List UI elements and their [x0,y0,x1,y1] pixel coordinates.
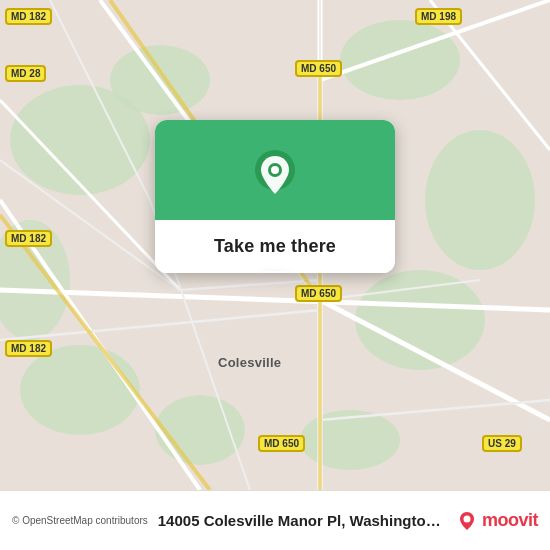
address-text: 14005 Colesville Manor Pl, Washington / … [158,512,446,529]
map-container: MD 182 MD 28 MD 650 MD 198 MD 182 MD 650… [0,0,550,490]
road-badge-md-650-top: MD 650 [295,60,342,77]
svg-point-32 [463,515,470,522]
svg-point-31 [271,166,279,174]
road-badge-md-28: MD 28 [5,65,46,82]
svg-point-5 [355,270,485,370]
svg-point-3 [340,20,460,100]
svg-point-7 [155,395,245,465]
osm-attribution: © OpenStreetMap contributors [12,515,148,526]
take-me-there-button[interactable]: Take me there [155,220,395,273]
bottom-bar: © OpenStreetMap contributors 14005 Coles… [0,490,550,550]
svg-point-4 [425,130,535,270]
svg-point-6 [20,345,140,435]
road-badge-md-650-mid: MD 650 [295,285,342,302]
road-badge-md-198: MD 198 [415,8,462,25]
road-badge-md-182-mid: MD 182 [5,230,52,247]
city-label-colesville: Colesville [218,355,281,370]
svg-point-8 [300,410,400,470]
popup-tail [261,271,289,273]
road-badge-md-182-top: MD 182 [5,8,52,25]
popup-green-header [155,120,395,220]
road-badge-md-182-bot: MD 182 [5,340,52,357]
popup-card: Take me there [155,120,395,273]
road-badge-us-29: US 29 [482,435,522,452]
road-badge-md-650-bot: MD 650 [258,435,305,452]
moovit-pin-icon [456,510,478,532]
location-pin-icon [248,148,302,202]
moovit-brand-text: moovit [482,510,538,531]
moovit-logo: moovit [456,510,538,532]
